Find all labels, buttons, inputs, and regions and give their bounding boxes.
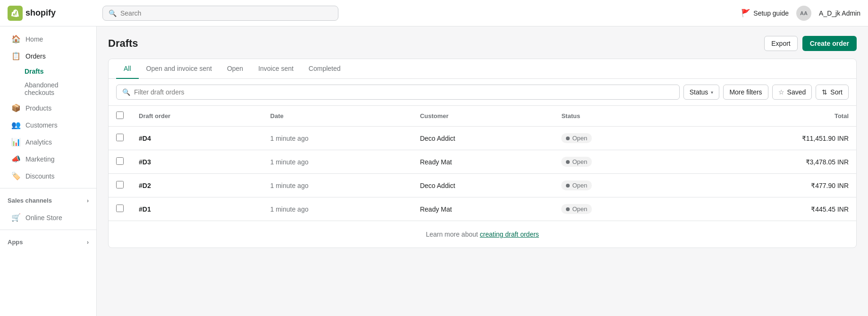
table-row: #D3 1 minute ago Ready Mat Open ₹3,478.0…	[109, 150, 856, 174]
marketing-icon: 📣	[11, 154, 21, 163]
status-badge-D3: Open	[561, 157, 592, 167]
search-bar[interactable]: 🔍	[102, 6, 338, 21]
search-icon: 🔍	[109, 9, 117, 17]
setup-guide-button[interactable]: 🚩 Setup guide	[741, 9, 789, 17]
saved-button[interactable]: ☆ Saved	[772, 85, 812, 100]
tab-invoice-sent[interactable]: Invoice sent	[251, 59, 301, 79]
tab-open-invoice[interactable]: Open and invoice sent	[139, 59, 219, 79]
table-row: #D2 1 minute ago Deco Addict Open ₹477.9…	[109, 174, 856, 197]
tabs-row: All Open and invoice sent Open Invoice s…	[109, 59, 856, 79]
online-store-icon: 🛒	[11, 213, 21, 222]
row-checkbox-D3[interactable]	[116, 157, 124, 165]
home-icon: 🏠	[11, 34, 21, 43]
logo-text: shopify	[25, 8, 56, 18]
draft-order-header: Draft order	[131, 106, 263, 127]
analytics-icon: 📊	[11, 137, 21, 146]
status-badge-D4: Open	[561, 133, 592, 143]
create-order-button[interactable]: Create order	[802, 36, 857, 51]
learn-more-section: Learn more about creating draft orders	[109, 221, 856, 248]
sidebar-item-marketing[interactable]: 📣 Marketing	[4, 151, 93, 167]
admin-username[interactable]: A_D_jk Admin	[819, 9, 860, 17]
status-dot-D2	[566, 184, 570, 188]
draft-search-box[interactable]: 🔍	[116, 85, 680, 100]
sort-icon: ⇅	[822, 88, 827, 96]
status-filter-button[interactable]: Status ▾	[683, 85, 720, 100]
sidebar-item-customers[interactable]: 👥 Customers	[4, 117, 93, 133]
tab-completed[interactable]: Completed	[301, 59, 348, 79]
tab-all[interactable]: All	[116, 59, 139, 79]
orders-icon: 📋	[11, 51, 21, 60]
star-icon: ☆	[778, 88, 784, 96]
sidebar-item-orders[interactable]: 📋 Orders	[4, 48, 93, 64]
total-header: Total	[682, 106, 856, 127]
select-all-checkbox[interactable]	[116, 111, 124, 119]
row-checkbox-D1[interactable]	[116, 205, 124, 212]
customers-icon: 👥	[11, 120, 21, 129]
customer-header: Customer	[413, 106, 554, 127]
more-filters-button[interactable]: More filters	[723, 85, 768, 100]
status-filter-label: Status	[690, 88, 708, 96]
sidebar-item-label: Orders	[25, 52, 46, 60]
discounts-icon: 🏷️	[11, 171, 21, 180]
draft-order-link-D1[interactable]: #D1	[139, 205, 151, 213]
draft-order-link-D4[interactable]: #D4	[139, 135, 151, 142]
status-badge-D1: Open	[561, 204, 592, 214]
sidebar-item-online-store[interactable]: 🛒 Online Store	[4, 209, 93, 226]
sidebar-item-discounts[interactable]: 🏷️ Discounts	[4, 168, 93, 184]
sidebar-item-analytics[interactable]: 📊 Analytics	[4, 134, 93, 150]
sales-channels-label: Sales channels	[8, 197, 52, 204]
draft-order-link-D2[interactable]: #D2	[139, 182, 151, 189]
date-header: Date	[263, 106, 413, 127]
sidebar-item-products[interactable]: 📦 Products	[4, 100, 93, 116]
table-row: #D1 1 minute ago Ready Mat Open ₹445.45 …	[109, 197, 856, 221]
flag-icon: 🚩	[741, 9, 750, 17]
chevron-down-icon: ▾	[711, 90, 713, 95]
chevron-right-icon: ›	[87, 197, 89, 204]
sidebar-item-label: Products	[25, 104, 51, 112]
sidebar: 🏠 Home 📋 Orders Drafts Abandoned checkou…	[0, 26, 97, 316]
apps-label: Apps	[8, 239, 23, 246]
products-icon: 📦	[11, 103, 21, 112]
search-input[interactable]	[120, 9, 332, 17]
draft-search-input[interactable]	[134, 88, 674, 96]
sidebar-item-drafts[interactable]: Drafts	[4, 65, 93, 78]
sidebar-item-label: Customers	[25, 121, 58, 129]
sales-channels-section[interactable]: Sales channels ›	[0, 192, 96, 209]
sidebar-item-label: Analytics	[25, 138, 52, 146]
chevron-right-icon: ›	[87, 239, 89, 246]
status-header: Status	[554, 106, 682, 127]
status-dot-D4	[566, 137, 570, 140]
draft-order-link-D3[interactable]: #D3	[139, 158, 151, 166]
status-dot-D3	[566, 160, 570, 164]
sidebar-item-label: Marketing	[25, 155, 54, 163]
tab-open[interactable]: Open	[219, 59, 251, 79]
select-all-header	[109, 106, 131, 127]
row-checkbox-D2[interactable]	[116, 181, 124, 188]
sidebar-item-label: Drafts	[25, 68, 43, 75]
export-button[interactable]: Export	[764, 36, 797, 51]
sidebar-item-abandoned[interactable]: Abandoned checkouts	[4, 78, 93, 99]
search-icon: 🔍	[122, 88, 130, 96]
filters-row: 🔍 Status ▾ More filters ☆ Saved ⇅ Sort	[109, 79, 856, 106]
status-dot-D1	[566, 207, 570, 211]
sidebar-item-label: Online Store	[25, 214, 62, 222]
table-row: #D4 1 minute ago Deco Addict Open ₹11,45…	[109, 127, 856, 150]
sort-button[interactable]: ⇅ Sort	[816, 85, 849, 100]
sidebar-item-home[interactable]: 🏠 Home	[4, 31, 93, 47]
creating-draft-orders-link[interactable]: creating draft orders	[480, 231, 539, 238]
drafts-table: Draft order Date Customer Status Total #…	[109, 106, 856, 221]
drafts-card: All Open and invoice sent Open Invoice s…	[108, 59, 857, 248]
setup-guide-label: Setup guide	[753, 9, 789, 17]
sidebar-item-label: Abandoned checkouts	[25, 81, 85, 96]
apps-section[interactable]: Apps ›	[0, 234, 96, 250]
sidebar-item-label: Home	[25, 35, 43, 43]
sidebar-item-label: Discounts	[25, 172, 54, 180]
row-checkbox-D4[interactable]	[116, 134, 124, 141]
avatar[interactable]: AA	[796, 6, 811, 21]
page-header: Drafts Export Create order	[108, 36, 857, 51]
page-title: Drafts	[108, 37, 138, 50]
main-content: Drafts Export Create order All Open and …	[97, 26, 868, 316]
shopify-logo: shopify	[8, 6, 97, 21]
status-badge-D2: Open	[561, 180, 592, 190]
learn-more-text: Learn more about	[426, 231, 480, 238]
